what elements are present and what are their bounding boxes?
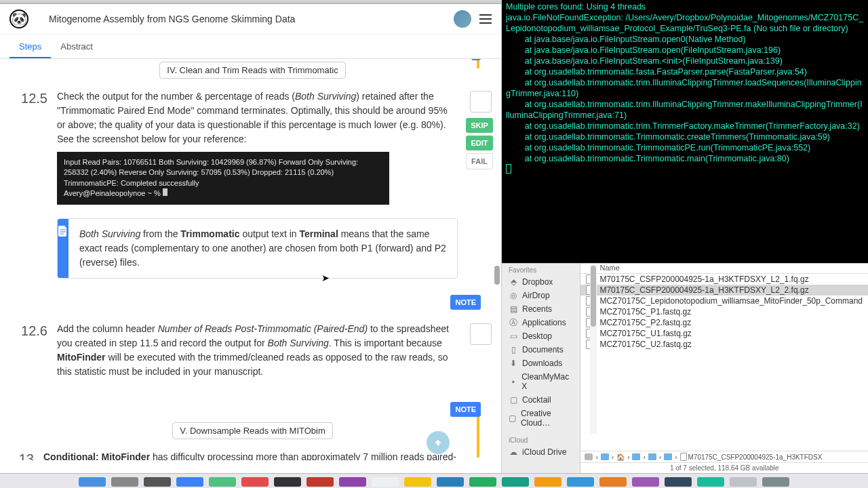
- dock-app[interactable]: [632, 477, 659, 487]
- cloud-icon: ☁: [509, 447, 518, 457]
- step-number: 12.5: [14, 89, 47, 205]
- protocol-tabs: Steps Abstract: [0, 35, 501, 59]
- step-body: Add the column header Number of Reads Po…: [57, 322, 458, 379]
- section-pill-v: V. Downsample Reads with MITObim: [172, 422, 333, 439]
- skip-button[interactable]: SKIP: [466, 118, 493, 133]
- folder-icon: [664, 453, 672, 460]
- sidebar-item-desktop[interactable]: ▭Desktop: [502, 329, 580, 343]
- file-row[interactable]: M70175C_CSFP200004925-1a_H3KTFDSXY_L2_2.…: [580, 285, 868, 296]
- dock-app-safari[interactable]: [176, 477, 203, 487]
- step-body: Check the output for the number & percen…: [57, 89, 458, 205]
- scrollbar-thumb[interactable]: [591, 266, 596, 327]
- note-button[interactable]: NOTE: [450, 402, 481, 417]
- file-row[interactable]: MCZ70175C_P2.fastq.gz: [580, 317, 868, 328]
- dock-app[interactable]: [404, 477, 431, 487]
- folder-icon: [648, 453, 656, 460]
- sidebar-item-documents[interactable]: ▯Documents: [502, 343, 580, 357]
- sidebar-item-applications[interactable]: ⒶApplications: [502, 316, 580, 329]
- step-checkbox[interactable]: [470, 91, 492, 113]
- sidebar-item-dropbox[interactable]: ⬘Dropbox: [502, 275, 580, 289]
- file-row[interactable]: MCZ70175C_U1.fastq.gz: [580, 328, 868, 339]
- terminal-window[interactable]: Multiple cores found: Using 4 threads ja…: [502, 0, 868, 263]
- dock-app-trash[interactable]: [762, 477, 789, 487]
- document-icon: [58, 219, 68, 278]
- sidebar-section-icloud: iCloud: [502, 434, 580, 445]
- sidebar-item-cocktail[interactable]: ▢Cocktail: [502, 393, 580, 407]
- menu-icon[interactable]: [479, 14, 492, 24]
- macos-dock[interactable]: [0, 473, 868, 488]
- terminal-output: Multiple cores found: Using 4 threads ja…: [506, 2, 863, 163]
- file-row[interactable]: M70175C_CSFP200004925-1a_H3KTFDSXY_L2_1.…: [580, 274, 868, 285]
- file-icon: [680, 453, 687, 461]
- finder-sidebar-scrollbar[interactable]: [590, 264, 597, 434]
- step-number: 12.6: [14, 322, 47, 379]
- sidebar-item-airdrop[interactable]: ◎AirDrop: [502, 289, 580, 302]
- dock-app[interactable]: [567, 477, 594, 487]
- step-12-5: 12.5 Check the output for the number & p…: [14, 89, 492, 205]
- dock-app[interactable]: [111, 477, 138, 487]
- fail-button[interactable]: FAIL: [466, 153, 493, 169]
- dock-app[interactable]: [339, 477, 366, 487]
- scroll-to-top-button[interactable]: [427, 431, 450, 454]
- finder-column-header[interactable]: Name: [580, 264, 868, 274]
- folder-icon: ▢: [509, 395, 518, 405]
- sidebar-item-recents[interactable]: ▤Recents: [502, 302, 580, 316]
- scrollbar-thumb[interactable]: [494, 266, 500, 285]
- sidebar-item-creative-cloud[interactable]: ▢Creative Cloud…: [502, 407, 580, 430]
- dock-app[interactable]: [241, 477, 269, 487]
- protocol-body[interactable]: IV. Clean and Trim Reads with Trimmomati…: [0, 59, 501, 460]
- note-button-partial[interactable]: [471, 59, 481, 60]
- step-number: 13: [14, 450, 34, 460]
- dock-app[interactable]: [437, 477, 464, 487]
- dock-app-finder[interactable]: [79, 477, 106, 487]
- dock-app[interactable]: [599, 477, 627, 487]
- info-callout: Both Surviving from the Trimmomatic outp…: [57, 218, 458, 279]
- home-icon: 🏠: [616, 453, 625, 460]
- dock-app[interactable]: [730, 477, 757, 487]
- dock-app[interactable]: [665, 477, 692, 487]
- note-button[interactable]: NOTE: [450, 295, 481, 310]
- dock-app[interactable]: [144, 477, 171, 487]
- folder-icon: [632, 453, 640, 460]
- dock-app[interactable]: [502, 477, 529, 487]
- drive-icon: [585, 453, 593, 460]
- tab-abstract[interactable]: Abstract: [51, 35, 102, 58]
- finder-sidebar: Favorites ⬘Dropbox ◎AirDrop ▤Recents ⒶAp…: [502, 264, 580, 473]
- sidebar-item-cleanmymac[interactable]: ▪CleanMyMac X: [502, 370, 580, 393]
- airdrop-icon: ◎: [509, 291, 518, 300]
- dock-app-terminal[interactable]: [274, 477, 301, 487]
- text: Check the output for the number & percen…: [57, 91, 295, 102]
- protocol-title: Mitogenome Assembly from NGS Genome Skim…: [49, 14, 454, 24]
- section-pill-iv: IV. Clean and Trim Reads with Trimmomati…: [159, 62, 345, 79]
- file-row[interactable]: MCZ70175C_P1.fastq.gz: [580, 306, 868, 317]
- downloads-icon: ⬇: [509, 359, 518, 368]
- step-checkbox[interactable]: [470, 323, 492, 345]
- file-row[interactable]: MCZ70175C_U2.fastq.gz: [580, 339, 868, 350]
- dock-app[interactable]: [209, 477, 236, 487]
- sidebar-item-downloads[interactable]: ⬇Downloads: [502, 357, 580, 370]
- dock-app[interactable]: [534, 477, 561, 487]
- info-text: Both Surviving from the Trimmomatic outp…: [68, 219, 457, 278]
- finder-pathbar[interactable]: › › 🏠 › › › › M70175C_CSFP200004925-1a_H…: [580, 451, 868, 462]
- tab-steps[interactable]: Steps: [9, 35, 51, 58]
- dock-app[interactable]: [469, 477, 496, 487]
- finder-file-list[interactable]: Name M70175C_CSFP200004925-1a_H3KTFDSXY_…: [580, 264, 868, 451]
- protocols-io-logo[interactable]: [9, 9, 28, 28]
- file-row[interactable]: MCZ70175C_Lepidonotopodium_williamsae_Mi…: [580, 296, 868, 306]
- terminal-cursor: [506, 164, 511, 174]
- step-12-6: 12.6 Add the column header Number of Rea…: [14, 322, 492, 379]
- step-action-buttons: SKIP EDIT FAIL: [466, 118, 493, 169]
- terminal-output-screenshot: Input Read Pairs: 10766511 Both Survivin…: [57, 152, 389, 205]
- column-name[interactable]: Name: [599, 264, 619, 272]
- applications-icon: Ⓐ: [509, 318, 518, 327]
- avatar[interactable]: [454, 10, 471, 28]
- recents-icon: ▤: [509, 304, 518, 314]
- edit-button[interactable]: EDIT: [466, 136, 493, 150]
- finder-main: Name M70175C_CSFP200004925-1a_H3KTFDSXY_…: [580, 264, 868, 473]
- sidebar-item-icloud-drive[interactable]: ☁iCloud Drive: [502, 445, 580, 459]
- dock-app[interactable]: [697, 477, 724, 487]
- dock-app[interactable]: [372, 477, 399, 487]
- dock-app[interactable]: [307, 477, 334, 487]
- sidebar-section-favorites: Favorites: [502, 264, 580, 275]
- path-filename: M70175C_CSFP200004925-1a_H3KTFDSX: [688, 453, 823, 461]
